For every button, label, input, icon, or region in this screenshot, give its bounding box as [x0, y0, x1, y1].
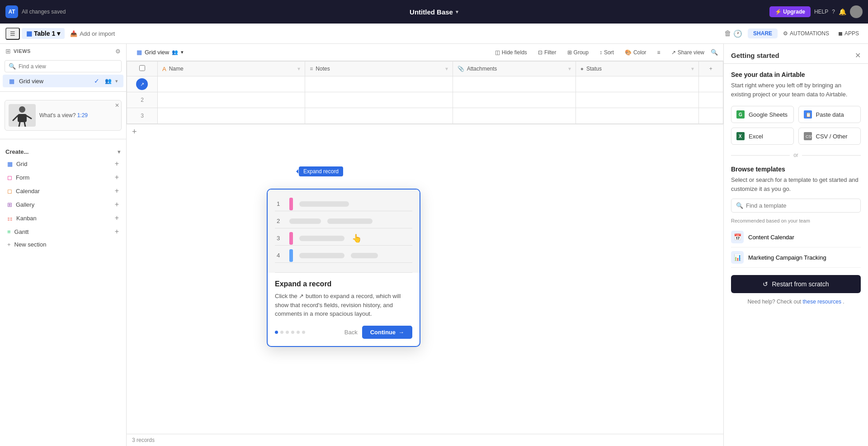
content-calendar-template[interactable]: 📅 Content Calendar [731, 227, 861, 247]
help-label[interactable]: HELP [814, 9, 828, 15]
automations-button[interactable]: ⚙ AUTOMATIONS [779, 28, 833, 38]
view-name-icon: ▦ [137, 49, 142, 56]
views-settings-icon[interactable]: ⚙ [115, 48, 121, 55]
these-resources-link[interactable]: these resources [803, 299, 841, 305]
row-2-name[interactable] [157, 92, 305, 108]
upgrade-button[interactable]: ⚡ Upgrade [769, 6, 811, 17]
video-thumbnail[interactable] [9, 104, 36, 127]
tutorial-pink-bar-3 [289, 232, 293, 245]
row-1-extra [698, 76, 723, 92]
apps-button[interactable]: ◼ APPS [835, 28, 863, 38]
marketing-tracking-template[interactable]: 📊 Marketing Campaign Tracking [731, 247, 861, 268]
add-gantt-icon[interactable]: + [115, 228, 119, 236]
add-import-button[interactable]: 📥 Add or import [66, 28, 118, 39]
help-question-icon[interactable]: ? [832, 9, 835, 15]
right-panel-close-button[interactable]: ✕ [855, 51, 861, 60]
automations-icon: ⚙ [783, 30, 788, 37]
hide-fields-button[interactable]: ◫ Hide fields [491, 47, 532, 58]
notes-column-icon: ≡ [310, 66, 313, 72]
row-3-status[interactable] [576, 108, 698, 124]
row-2-attachments[interactable] [453, 92, 576, 108]
row-3-notes[interactable] [305, 108, 453, 124]
view-share-icon[interactable]: 👥 [105, 78, 112, 84]
delete-icon[interactable]: 🗑 [724, 29, 731, 38]
create-header[interactable]: Create... ▾ [5, 147, 121, 157]
color-button[interactable]: 🎨 Color [620, 47, 651, 58]
expand-record-tooltip: Expand record [299, 166, 343, 176]
paste-data-option[interactable]: 📋 Paste data [798, 106, 861, 123]
title-caret-icon[interactable]: ▾ [456, 9, 458, 15]
view-name-button[interactable]: ▦ Grid view 👥 ▾ [132, 47, 188, 58]
sort-icon: ↕ [599, 49, 602, 56]
tutorial-continue-button[interactable]: Continue → [362, 326, 412, 339]
sort-button[interactable]: ↕ Sort [595, 47, 618, 58]
add-form-icon[interactable]: + [115, 173, 119, 181]
tutorial-bar-3 [299, 236, 344, 241]
row-1-notes[interactable] [305, 76, 453, 92]
svg-text:G: G [739, 112, 742, 117]
grid-views-icon: ⊞ [5, 47, 11, 55]
create-kanban-item[interactable]: ⚏ Kanban + [5, 211, 121, 225]
add-row-button[interactable]: + [127, 124, 723, 139]
select-all-checkbox[interactable] [139, 65, 145, 71]
excel-option[interactable]: X Excel [731, 128, 794, 145]
user-avatar[interactable] [850, 5, 863, 18]
row-height-button[interactable]: ≡ [653, 47, 665, 58]
row-2-status[interactable] [576, 92, 698, 108]
view-search-input[interactable] [19, 63, 118, 70]
share-view-button[interactable]: ↗ Share view [667, 47, 709, 58]
add-gallery-icon[interactable]: + [115, 200, 119, 209]
create-grid-item[interactable]: ▦ Grid + [5, 157, 121, 171]
share-button[interactable]: SHARE [748, 28, 778, 38]
create-gantt-item[interactable]: ≡ Gantt + [5, 225, 121, 238]
status-column-header[interactable]: ● Status ▾ [576, 62, 698, 76]
google-sheets-option[interactable]: G Google Sheets [731, 106, 794, 123]
row-1-num: ↗ Expand record [127, 76, 158, 92]
add-calendar-icon[interactable]: + [115, 187, 119, 195]
tutorial-rows: 1 2 3 👆 [275, 197, 412, 273]
notifications-icon[interactable]: 🔔 [839, 8, 846, 15]
row-1-attachments[interactable] [453, 76, 576, 92]
search-button[interactable]: 🔍 [711, 49, 718, 56]
tutorial-description: Click the ↗ button to expand a record, w… [275, 292, 412, 318]
attachments-column-header[interactable]: 📎 Attachments ▾ [453, 62, 576, 76]
attachments-column-icon: 📎 [458, 66, 464, 72]
tutorial-popup: 1 2 3 👆 [267, 189, 420, 347]
expand-record-button-1[interactable]: ↗ [136, 78, 148, 90]
new-section-item[interactable]: + New section [5, 238, 121, 251]
row-checkbox-header[interactable] [127, 62, 158, 76]
create-gallery-item[interactable]: ⊞ Gallery + [5, 198, 121, 211]
row-1-name[interactable] [157, 76, 305, 92]
video-close-button[interactable]: ✕ [115, 102, 119, 109]
add-grid-icon[interactable]: + [115, 160, 119, 168]
csv-option[interactable]: CSV CSV / Other [798, 128, 861, 145]
view-caret-icon[interactable]: ▾ [115, 78, 118, 84]
row-1-status[interactable] [576, 76, 698, 92]
table-selector[interactable]: ▦ Table 1 ▾ [22, 28, 65, 39]
create-form-item[interactable]: ◻ Form + [5, 171, 121, 184]
name-column-header[interactable]: A Name ▾ [157, 62, 305, 76]
row-2-notes[interactable] [305, 92, 453, 108]
tutorial-dot-3 [286, 331, 289, 334]
status-sort-icon: ▾ [691, 66, 694, 72]
template-search[interactable]: 🔍 [731, 199, 861, 213]
notes-column-header[interactable]: ≡ Notes ▾ [305, 62, 453, 76]
row-3-attachments[interactable] [453, 108, 576, 124]
create-calendar-item[interactable]: ◻ Calendar + [5, 184, 121, 198]
sidebar-toggle-button[interactable]: ☰ [5, 28, 20, 40]
template-search-input[interactable] [746, 202, 856, 209]
name-sort-icon: ▾ [297, 66, 300, 72]
sidebar-item-grid-view[interactable]: ▦ Grid view ✓ 👥 ▾ [3, 75, 123, 87]
right-panel-header: Getting started ✕ [724, 44, 868, 64]
row-3-name[interactable] [157, 108, 305, 124]
filter-button[interactable]: ⊡ Filter [533, 47, 561, 58]
add-kanban-icon[interactable]: + [115, 214, 119, 222]
tutorial-back-button[interactable]: Back [344, 329, 358, 336]
group-button[interactable]: ⊞ Group [563, 47, 593, 58]
view-search[interactable]: 🔍 [5, 60, 122, 72]
history-icon[interactable]: 🕐 [733, 29, 742, 38]
restart-from-scratch-button[interactable]: ↺ Restart from scratch [731, 275, 861, 293]
hamburger-icon: ☰ [10, 30, 15, 37]
add-column-header[interactable]: + [698, 62, 723, 76]
svg-text:📋: 📋 [806, 112, 811, 118]
